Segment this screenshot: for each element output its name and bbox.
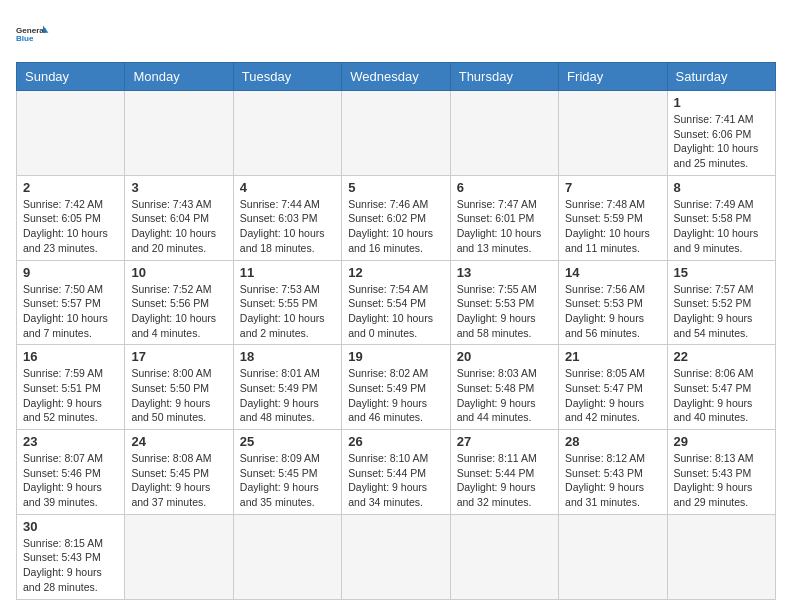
day-info: Sunrise: 7:57 AM Sunset: 5:52 PM Dayligh… (674, 282, 769, 341)
calendar-header-row: SundayMondayTuesdayWednesdayThursdayFrid… (17, 63, 776, 91)
day-info: Sunrise: 7:50 AM Sunset: 5:57 PM Dayligh… (23, 282, 118, 341)
calendar-cell: 5Sunrise: 7:46 AM Sunset: 6:02 PM Daylig… (342, 175, 450, 260)
calendar-cell: 7Sunrise: 7:48 AM Sunset: 5:59 PM Daylig… (559, 175, 667, 260)
calendar-cell: 30Sunrise: 8:15 AM Sunset: 5:43 PM Dayli… (17, 514, 125, 599)
calendar-cell: 1Sunrise: 7:41 AM Sunset: 6:06 PM Daylig… (667, 91, 775, 176)
calendar-cell (342, 91, 450, 176)
day-number: 19 (348, 349, 443, 364)
day-header-thursday: Thursday (450, 63, 558, 91)
calendar-week-row: 9Sunrise: 7:50 AM Sunset: 5:57 PM Daylig… (17, 260, 776, 345)
day-number: 4 (240, 180, 335, 195)
calendar-cell (667, 514, 775, 599)
calendar-cell: 6Sunrise: 7:47 AM Sunset: 6:01 PM Daylig… (450, 175, 558, 260)
day-number: 7 (565, 180, 660, 195)
day-number: 13 (457, 265, 552, 280)
day-info: Sunrise: 8:05 AM Sunset: 5:47 PM Dayligh… (565, 366, 660, 425)
logo-icon: GeneralBlue (16, 16, 52, 52)
day-info: Sunrise: 7:46 AM Sunset: 6:02 PM Dayligh… (348, 197, 443, 256)
calendar-cell (559, 514, 667, 599)
calendar-cell: 15Sunrise: 7:57 AM Sunset: 5:52 PM Dayli… (667, 260, 775, 345)
day-header-saturday: Saturday (667, 63, 775, 91)
day-info: Sunrise: 8:03 AM Sunset: 5:48 PM Dayligh… (457, 366, 552, 425)
day-info: Sunrise: 7:54 AM Sunset: 5:54 PM Dayligh… (348, 282, 443, 341)
calendar-week-row: 30Sunrise: 8:15 AM Sunset: 5:43 PM Dayli… (17, 514, 776, 599)
day-number: 30 (23, 519, 118, 534)
svg-text:General: General (16, 26, 46, 35)
calendar-cell: 26Sunrise: 8:10 AM Sunset: 5:44 PM Dayli… (342, 430, 450, 515)
calendar-cell: 25Sunrise: 8:09 AM Sunset: 5:45 PM Dayli… (233, 430, 341, 515)
day-info: Sunrise: 7:52 AM Sunset: 5:56 PM Dayligh… (131, 282, 226, 341)
header: GeneralBlue (16, 16, 776, 52)
calendar-cell: 17Sunrise: 8:00 AM Sunset: 5:50 PM Dayli… (125, 345, 233, 430)
calendar-cell: 10Sunrise: 7:52 AM Sunset: 5:56 PM Dayli… (125, 260, 233, 345)
logo: GeneralBlue (16, 16, 52, 52)
calendar-cell (17, 91, 125, 176)
day-number: 11 (240, 265, 335, 280)
calendar-cell: 21Sunrise: 8:05 AM Sunset: 5:47 PM Dayli… (559, 345, 667, 430)
day-number: 23 (23, 434, 118, 449)
day-number: 26 (348, 434, 443, 449)
day-info: Sunrise: 7:59 AM Sunset: 5:51 PM Dayligh… (23, 366, 118, 425)
calendar-cell (233, 514, 341, 599)
calendar-cell (450, 514, 558, 599)
day-number: 2 (23, 180, 118, 195)
day-info: Sunrise: 8:11 AM Sunset: 5:44 PM Dayligh… (457, 451, 552, 510)
calendar-cell: 13Sunrise: 7:55 AM Sunset: 5:53 PM Dayli… (450, 260, 558, 345)
calendar-cell (125, 514, 233, 599)
calendar-cell: 8Sunrise: 7:49 AM Sunset: 5:58 PM Daylig… (667, 175, 775, 260)
day-number: 20 (457, 349, 552, 364)
calendar-cell: 29Sunrise: 8:13 AM Sunset: 5:43 PM Dayli… (667, 430, 775, 515)
calendar-week-row: 1Sunrise: 7:41 AM Sunset: 6:06 PM Daylig… (17, 91, 776, 176)
day-info: Sunrise: 7:53 AM Sunset: 5:55 PM Dayligh… (240, 282, 335, 341)
day-number: 3 (131, 180, 226, 195)
calendar-cell: 14Sunrise: 7:56 AM Sunset: 5:53 PM Dayli… (559, 260, 667, 345)
day-info: Sunrise: 8:01 AM Sunset: 5:49 PM Dayligh… (240, 366, 335, 425)
day-header-wednesday: Wednesday (342, 63, 450, 91)
day-number: 16 (23, 349, 118, 364)
calendar-cell (450, 91, 558, 176)
calendar-cell (233, 91, 341, 176)
day-header-friday: Friday (559, 63, 667, 91)
calendar-cell (559, 91, 667, 176)
day-number: 24 (131, 434, 226, 449)
day-info: Sunrise: 7:47 AM Sunset: 6:01 PM Dayligh… (457, 197, 552, 256)
calendar-cell: 12Sunrise: 7:54 AM Sunset: 5:54 PM Dayli… (342, 260, 450, 345)
calendar-cell: 24Sunrise: 8:08 AM Sunset: 5:45 PM Dayli… (125, 430, 233, 515)
day-info: Sunrise: 7:48 AM Sunset: 5:59 PM Dayligh… (565, 197, 660, 256)
day-info: Sunrise: 8:12 AM Sunset: 5:43 PM Dayligh… (565, 451, 660, 510)
day-number: 10 (131, 265, 226, 280)
day-number: 22 (674, 349, 769, 364)
day-info: Sunrise: 7:44 AM Sunset: 6:03 PM Dayligh… (240, 197, 335, 256)
day-number: 18 (240, 349, 335, 364)
day-info: Sunrise: 7:43 AM Sunset: 6:04 PM Dayligh… (131, 197, 226, 256)
day-number: 29 (674, 434, 769, 449)
day-number: 8 (674, 180, 769, 195)
calendar-cell: 28Sunrise: 8:12 AM Sunset: 5:43 PM Dayli… (559, 430, 667, 515)
calendar-cell: 16Sunrise: 7:59 AM Sunset: 5:51 PM Dayli… (17, 345, 125, 430)
day-info: Sunrise: 8:10 AM Sunset: 5:44 PM Dayligh… (348, 451, 443, 510)
calendar-cell (342, 514, 450, 599)
day-info: Sunrise: 8:02 AM Sunset: 5:49 PM Dayligh… (348, 366, 443, 425)
calendar-cell: 9Sunrise: 7:50 AM Sunset: 5:57 PM Daylig… (17, 260, 125, 345)
calendar-week-row: 23Sunrise: 8:07 AM Sunset: 5:46 PM Dayli… (17, 430, 776, 515)
day-info: Sunrise: 7:56 AM Sunset: 5:53 PM Dayligh… (565, 282, 660, 341)
day-header-tuesday: Tuesday (233, 63, 341, 91)
calendar-week-row: 16Sunrise: 7:59 AM Sunset: 5:51 PM Dayli… (17, 345, 776, 430)
day-number: 15 (674, 265, 769, 280)
day-info: Sunrise: 7:55 AM Sunset: 5:53 PM Dayligh… (457, 282, 552, 341)
day-number: 6 (457, 180, 552, 195)
day-number: 9 (23, 265, 118, 280)
day-info: Sunrise: 8:06 AM Sunset: 5:47 PM Dayligh… (674, 366, 769, 425)
calendar-cell: 4Sunrise: 7:44 AM Sunset: 6:03 PM Daylig… (233, 175, 341, 260)
day-info: Sunrise: 7:42 AM Sunset: 6:05 PM Dayligh… (23, 197, 118, 256)
day-info: Sunrise: 8:13 AM Sunset: 5:43 PM Dayligh… (674, 451, 769, 510)
day-number: 21 (565, 349, 660, 364)
calendar-cell: 18Sunrise: 8:01 AM Sunset: 5:49 PM Dayli… (233, 345, 341, 430)
calendar-cell: 3Sunrise: 7:43 AM Sunset: 6:04 PM Daylig… (125, 175, 233, 260)
calendar: SundayMondayTuesdayWednesdayThursdayFrid… (16, 62, 776, 600)
calendar-cell: 20Sunrise: 8:03 AM Sunset: 5:48 PM Dayli… (450, 345, 558, 430)
calendar-cell: 2Sunrise: 7:42 AM Sunset: 6:05 PM Daylig… (17, 175, 125, 260)
calendar-cell (125, 91, 233, 176)
day-header-monday: Monday (125, 63, 233, 91)
day-number: 12 (348, 265, 443, 280)
